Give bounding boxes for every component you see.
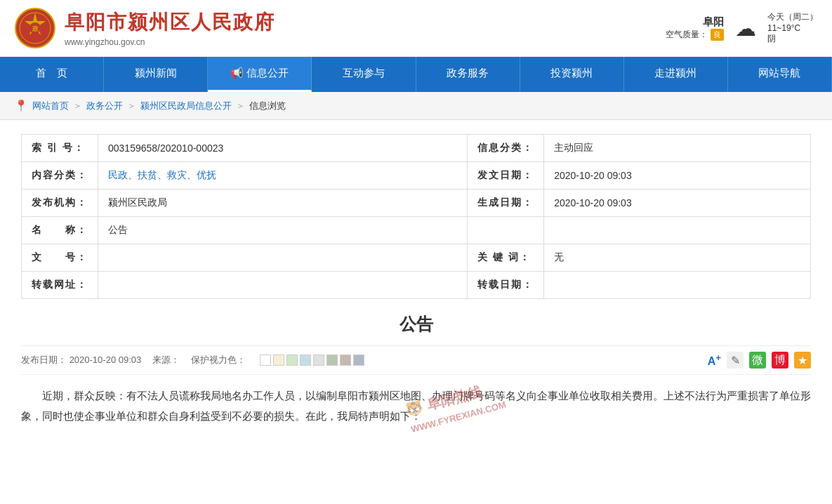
weather-temp: 11~19°C: [767, 23, 800, 33]
label-publisher: 发布机构：: [22, 190, 98, 217]
label-create-date: 生成日期：: [468, 190, 544, 217]
article-body: 近期，群众反映：有不法人员谎称我局地名办工作人员，以编制阜阳市颍州区地图、办理门…: [21, 386, 811, 426]
value-content-type: 民政、扶贫、救灾、优抚: [98, 162, 468, 190]
value-create-date: 2020-10-20 09:03: [544, 190, 811, 217]
table-row: 文 号： 关 键 词： 无: [22, 244, 811, 272]
label-index: 索 引 号：: [22, 135, 98, 162]
color-sq-dark2[interactable]: [340, 354, 351, 366]
value-issue-date: 2020-10-20 09:03: [544, 162, 811, 190]
nav-interact[interactable]: 互动参与: [312, 57, 416, 92]
breadcrumb: 📍 网站首页 ＞ 政务公开 ＞ 颍州区民政局信息公开 ＞ 信息浏览: [0, 92, 832, 120]
weather-icon: ☁: [735, 16, 756, 41]
site-url: www.yingzhou.gov.cn: [65, 37, 275, 47]
label-empty1: [468, 217, 544, 244]
color-sq-gray[interactable]: [313, 354, 324, 366]
value-empty1: [544, 217, 811, 244]
breadcrumb-home[interactable]: 网站首页: [32, 100, 69, 112]
label-reprint-url: 转载网址：: [22, 272, 98, 299]
protect-vision-label: 保护视力色：: [191, 354, 246, 366]
value-index: 003159658/202010-00023: [98, 135, 468, 162]
color-squares: [260, 354, 364, 366]
nav-invest[interactable]: 投资颍州: [520, 57, 624, 92]
nav-sitemap[interactable]: 网站导航: [728, 57, 832, 92]
logo-text-area: 阜阳市颍州区人民政府 www.yingzhou.gov.cn: [65, 9, 275, 47]
table-row: 内容分类： 民政、扶贫、救灾、优抚 发文日期： 2020-10-20 09:03: [22, 162, 811, 190]
value-reprint-date: [544, 272, 811, 299]
logo-area: 政 阜阳市颍州区人民政府 www.yingzhou.gov.cn: [14, 7, 275, 49]
favorite-icon[interactable]: ★: [794, 352, 811, 369]
table-row: 索 引 号： 003159658/202010-00023 信息分类： 主动回应: [22, 135, 811, 162]
breadcrumb-dept[interactable]: 颍州区民政局信息公开: [140, 100, 232, 112]
main-content: 索 引 号： 003159658/202010-00023 信息分类： 主动回应…: [0, 120, 832, 447]
wechat-share-icon[interactable]: 微: [749, 352, 766, 369]
site-title: 阜阳市颍州区人民政府: [65, 9, 275, 36]
value-info-type: 主动回应: [544, 135, 811, 162]
article-meta: 发布日期： 2020-10-20 09:03 来源： 保护视力色：: [21, 345, 811, 375]
value-keyword: 无: [544, 244, 811, 272]
color-sq-dark1[interactable]: [326, 354, 338, 366]
color-sq-green[interactable]: [286, 354, 298, 366]
nav-info[interactable]: 📢 信息公开: [208, 57, 312, 92]
nav-service[interactable]: 政务服务: [416, 57, 520, 92]
breadcrumb-politics[interactable]: 政务公开: [86, 100, 123, 112]
weather-date: 今天（周二）: [767, 11, 818, 23]
weather-state: 阴: [767, 33, 776, 45]
edit-icon[interactable]: ✎: [727, 352, 744, 369]
nav-about[interactable]: 走进颍州: [624, 57, 728, 92]
article-paragraph: 近期，群众反映：有不法人员谎称我局地名办工作人员，以编制阜阳市颍州区地图、办理门…: [21, 386, 811, 426]
label-issue-date: 发文日期：: [468, 162, 544, 190]
label-name: 名 称：: [22, 217, 98, 244]
label-doc-num: 文 号：: [22, 244, 98, 272]
color-sq-dark3[interactable]: [353, 354, 364, 366]
meta-right: A+ ✎ 微 博 ★: [708, 352, 811, 369]
weather-city: 阜阳: [703, 15, 724, 29]
publish-label: 发布日期： 2020-10-20 09:03: [21, 354, 141, 366]
info-table: 索 引 号： 003159658/202010-00023 信息分类： 主动回应…: [21, 134, 811, 299]
logo-emblem: 政: [14, 7, 56, 49]
table-row: 名 称： 公告: [22, 217, 811, 244]
breadcrumb-current: 信息浏览: [249, 100, 286, 112]
article-body-wrapper: 近期，群众反映：有不法人员谎称我局地名办工作人员，以编制阜阳市颍州区地图、办理门…: [21, 386, 811, 426]
header: 政 阜阳市颍州区人民政府 www.yingzhou.gov.cn 阜阳 空气质量…: [0, 0, 832, 57]
publish-date: 2020-10-20 09:03: [70, 354, 142, 365]
table-row: 转载网址： 转载日期：: [22, 272, 811, 299]
label-info-type: 信息分类：: [468, 135, 544, 162]
color-sq-yellow[interactable]: [273, 354, 284, 366]
table-row: 发布机构： 颍州区民政局 生成日期： 2020-10-20 09:03: [22, 190, 811, 217]
value-reprint-url: [98, 272, 468, 299]
air-quality-badge: 良: [711, 29, 724, 41]
svg-text:政: 政: [32, 25, 39, 32]
label-keyword: 关 键 词：: [468, 244, 544, 272]
font-size-increase-button[interactable]: A+: [708, 352, 721, 368]
article-title: 公告: [21, 313, 811, 336]
nav-home[interactable]: 首 页: [0, 57, 104, 92]
nav-news[interactable]: 颍州新闻: [104, 57, 208, 92]
content-type-link[interactable]: 民政、扶贫、救灾、优抚: [108, 169, 216, 180]
air-quality: 空气质量： 良: [666, 29, 724, 41]
meta-left: 发布日期： 2020-10-20 09:03 来源： 保护视力色：: [21, 354, 364, 366]
color-sq-blue[interactable]: [300, 354, 311, 366]
value-publisher: 颍州区民政局: [98, 190, 468, 217]
weibo-share-icon[interactable]: 博: [772, 352, 788, 369]
label-reprint-date: 转载日期：: [468, 272, 544, 299]
location-icon: 📍: [14, 99, 28, 112]
value-name: 公告: [98, 217, 468, 244]
main-nav: 首 页 颍州新闻 📢 信息公开 互动参与 政务服务 投资颍州 走进颍州 网站导航: [0, 57, 832, 92]
source-label: 来源：: [152, 354, 180, 366]
label-content-type: 内容分类：: [22, 162, 98, 190]
value-doc-num: [98, 244, 468, 272]
color-sq-white[interactable]: [260, 354, 271, 366]
weather-area: 阜阳 空气质量： 良 ☁ 今天（周二） 11~19°C 阴: [666, 11, 818, 45]
nav-info-icon: 📢: [230, 67, 244, 79]
